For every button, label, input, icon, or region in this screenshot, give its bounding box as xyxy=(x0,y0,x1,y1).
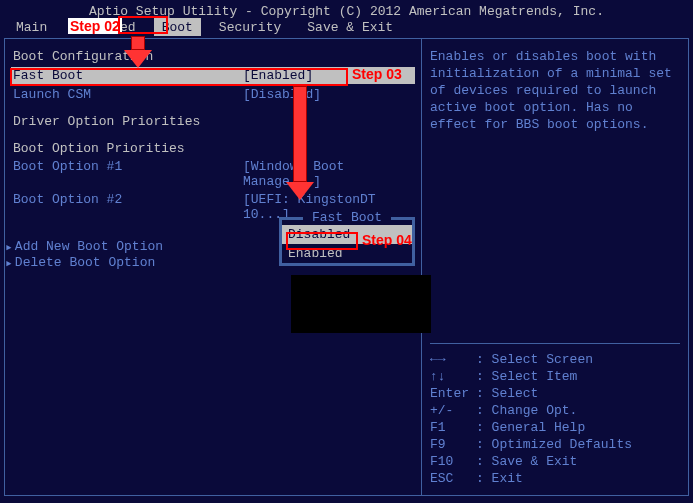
annotation-boot-box xyxy=(118,16,168,34)
driver-priorities-heading: Driver Option Priorities xyxy=(13,114,413,129)
launch-csm-label: Launch CSM xyxy=(13,87,243,102)
annotation-disabled-box xyxy=(286,232,358,250)
help-key: F1 xyxy=(430,420,476,435)
settings-pane: Boot Configuration Fast Boot [Enabled] L… xyxy=(5,39,422,495)
boot-priorities-heading: Boot Option Priorities xyxy=(13,141,413,156)
help-row: F1: General Help xyxy=(430,420,680,435)
annotation-step02: Step 02 xyxy=(68,18,122,34)
boot-option-1-label: Boot Option #1 xyxy=(13,159,243,189)
help-text: : Select xyxy=(476,386,680,401)
annotation-step04: Step 04 xyxy=(362,232,412,248)
annotation-step03: Step 03 xyxy=(352,66,402,82)
help-text: : Exit xyxy=(476,471,680,486)
help-row: +/-: Change Opt. xyxy=(430,403,680,418)
annotation-arrow-1 xyxy=(124,36,152,68)
bios-title: Aptio Setup Utility - Copyright (C) 2012… xyxy=(0,0,693,18)
delete-boot-label: Delete Boot Option xyxy=(15,255,155,271)
content-area: Boot Configuration Fast Boot [Enabled] L… xyxy=(4,38,689,496)
add-boot-label: Add New Boot Option xyxy=(15,239,163,255)
help-key: F10 xyxy=(430,454,476,469)
boot-option-1-row[interactable]: Boot Option #1 [Windows Boot Manage...] xyxy=(13,159,413,189)
annotation-arrow-2 xyxy=(286,86,314,200)
help-text: : Optimized Defaults xyxy=(476,437,680,452)
help-row: ESC: Exit xyxy=(430,471,680,486)
launch-csm-value: [Disabled] xyxy=(243,87,413,102)
help-text: : Save & Exit xyxy=(476,454,680,469)
help-key: Enter xyxy=(430,386,476,401)
help-text: : Select Screen xyxy=(476,352,680,367)
boot-option-1-value: [Windows Boot Manage...] xyxy=(243,159,413,189)
popup-title: Fast Boot xyxy=(303,210,391,225)
help-key: F9 xyxy=(430,437,476,452)
help-key: ESC xyxy=(430,471,476,486)
help-key: ←→ xyxy=(430,352,476,367)
divider xyxy=(430,343,680,344)
help-key: +/- xyxy=(430,403,476,418)
annotation-fastboot-box xyxy=(10,68,348,86)
help-row: F9: Optimized Defaults xyxy=(430,437,680,452)
help-text: : General Help xyxy=(476,420,680,435)
help-row: Enter: Select xyxy=(430,386,680,401)
popup-shadow xyxy=(291,275,431,333)
menu-save-exit[interactable]: Save & Exit xyxy=(299,18,401,36)
help-pane: Enables or disables boot with initializa… xyxy=(422,39,688,495)
boot-config-heading: Boot Configuration xyxy=(13,49,413,64)
help-text: : Change Opt. xyxy=(476,403,680,418)
help-text: : Select Item xyxy=(476,369,680,384)
menu-security[interactable]: Security xyxy=(211,18,289,36)
help-key: ↑↓ xyxy=(430,369,476,384)
menu-main[interactable]: Main xyxy=(8,18,55,36)
triangle-right-icon: ▸ xyxy=(5,255,15,271)
help-row: ↑↓: Select Item xyxy=(430,369,680,384)
triangle-right-icon: ▸ xyxy=(5,239,15,255)
launch-csm-row[interactable]: Launch CSM [Disabled] xyxy=(13,87,413,102)
help-row: F10: Save & Exit xyxy=(430,454,680,469)
help-row: ←→: Select Screen xyxy=(430,352,680,367)
option-description: Enables or disables boot with initializa… xyxy=(430,49,680,133)
key-help-list: ←→: Select Screen↑↓: Select ItemEnter: S… xyxy=(430,352,680,486)
boot-option-2-label: Boot Option #2 xyxy=(13,192,243,222)
